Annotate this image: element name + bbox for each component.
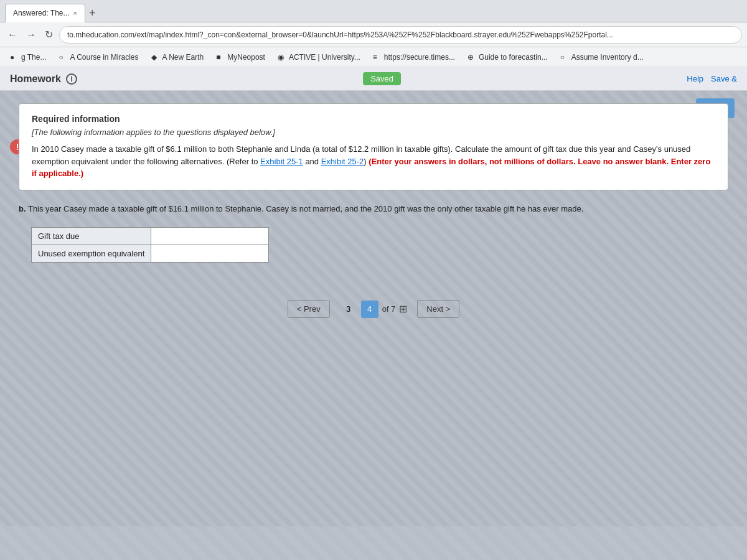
bookmark-course-miracles[interactable]: ○ A Course in Miracles	[54, 52, 143, 63]
bookmark-icon-forecast: ⊕	[467, 53, 476, 62]
unused-exemption-input[interactable]	[157, 249, 262, 258]
page-numbers: 3 4 of 7 ⊞	[340, 301, 408, 318]
page-3[interactable]: 3	[340, 301, 357, 318]
browser-tab-bar: Answered: The... × +	[0, 0, 747, 22]
tab-close-button[interactable]: ×	[73, 9, 77, 17]
bookmark-assume-inventory[interactable]: ○ Assume Inventory d...	[555, 52, 649, 63]
prev-button[interactable]: < Prev	[288, 300, 330, 318]
nav-footer: < Prev 3 4 of 7 ⊞ Next >	[19, 287, 728, 330]
forward-button[interactable]: →	[24, 27, 39, 43]
question-b-label: b.	[19, 204, 26, 213]
homework-title: Homework	[10, 73, 61, 85]
gift-tax-label: Gift tax due	[32, 228, 151, 245]
bookmark-icon-times: ≡	[373, 53, 382, 62]
question-b-text: This year Casey made a taxable gift of $…	[28, 204, 583, 213]
bookmark-active-university[interactable]: ◉ ACTIVE | University...	[273, 52, 365, 63]
bookmark-label-myneopost: MyNeopost	[227, 53, 265, 62]
bookmark-label-times: https://secure.times...	[384, 53, 455, 62]
refresh-button[interactable]: ↻	[42, 26, 55, 43]
required-info-mid: and	[303, 157, 321, 166]
tab-label: Answered: The...	[13, 9, 70, 17]
address-bar[interactable]: to.mheducation.com/ext/map/index.html?_c…	[59, 26, 742, 44]
answer-table-container: Gift tax due Unused exemption equivalent	[31, 227, 728, 263]
page-content: Homework i Saved Help Save & Che ! Requi…	[0, 67, 747, 560]
bookmark-icon-new-earth: ◆	[151, 53, 160, 62]
bookmark-icon-g-the: ●	[10, 53, 19, 62]
bookmark-icon-myneopost: ■	[216, 53, 225, 62]
exhibit1-link[interactable]: Exhibit 25-1	[260, 157, 303, 166]
unused-exemption-label: Unused exemption equivalent	[32, 245, 151, 263]
info-icon[interactable]: i	[66, 73, 77, 85]
required-info-title: Required information	[32, 114, 715, 124]
saved-badge: Saved	[363, 72, 401, 85]
required-info-subtitle: [The following information applies to th…	[32, 128, 715, 137]
active-tab[interactable]: Answered: The... ×	[5, 4, 85, 22]
main-content: Che ! Required information [The followin…	[0, 91, 747, 526]
bookmark-icon-inventory: ○	[560, 53, 569, 62]
bookmark-g-the[interactable]: ● g The...	[5, 52, 51, 63]
bookmark-label-forecast: Guide to forecastin...	[479, 53, 548, 62]
new-tab-button[interactable]: +	[85, 4, 100, 22]
bookmark-label-new-earth: A New Earth	[162, 53, 204, 62]
bookmark-new-earth[interactable]: ◆ A New Earth	[146, 52, 209, 63]
question-b: b. This year Casey made a taxable gift o…	[19, 203, 728, 215]
bookmark-myneopost[interactable]: ■ MyNeopost	[211, 52, 270, 63]
table-row: Unused exemption equivalent	[32, 245, 269, 263]
bookmark-icon-course: ○	[59, 53, 67, 62]
gift-tax-input[interactable]	[157, 231, 262, 241]
page-4-current[interactable]: 4	[361, 301, 378, 318]
required-info-text: In 2010 Casey made a taxable gift of $6.…	[32, 143, 715, 180]
address-url: to.mheducation.com/ext/map/index.html?_c…	[67, 30, 613, 39]
bookmark-label-inventory: Assume Inventory d...	[571, 53, 644, 62]
header-right: Help Save &	[687, 74, 737, 83]
save-exit-button[interactable]: Save &	[711, 74, 737, 83]
required-info-box: Required information [The following info…	[19, 103, 728, 190]
bookmark-icon-active: ◉	[278, 53, 286, 62]
grid-icon[interactable]: ⊞	[399, 303, 407, 315]
bookmark-label-active: ACTIVE | University...	[289, 53, 360, 62]
help-button[interactable]: Help	[687, 74, 703, 83]
back-button[interactable]: ←	[5, 27, 20, 43]
address-bar-row: ← → ↻ to.mheducation.com/ext/map/index.h…	[0, 22, 747, 47]
exhibit2-link[interactable]: Exhibit 25-2	[321, 157, 364, 166]
answer-table: Gift tax due Unused exemption equivalent	[31, 227, 269, 263]
bookmarks-bar: ● g The... ○ A Course in Miracles ◆ A Ne…	[0, 47, 747, 67]
bookmark-label-g-the: g The...	[21, 53, 46, 62]
next-button[interactable]: Next >	[417, 300, 459, 318]
of-text: of 7	[382, 304, 396, 314]
homework-header: Homework i Saved Help Save &	[0, 67, 747, 91]
table-row: Gift tax due	[32, 228, 269, 245]
bookmark-https-times[interactable]: ≡ https://secure.times...	[368, 52, 460, 63]
bookmark-label-course: A Course in Miracles	[70, 53, 138, 62]
bookmark-guide-forecast[interactable]: ⊕ Guide to forecastin...	[463, 52, 553, 63]
gift-tax-input-cell[interactable]	[151, 228, 269, 245]
homework-title-area: Homework i	[10, 73, 77, 85]
unused-exemption-input-cell[interactable]	[151, 245, 269, 263]
